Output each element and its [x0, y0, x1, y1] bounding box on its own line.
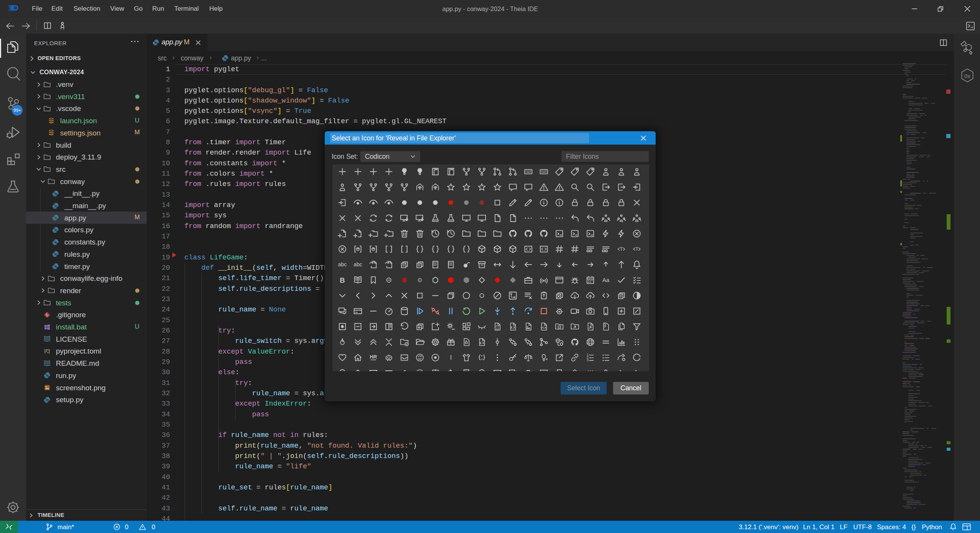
svg-text:0x: 0x — [964, 73, 970, 79]
